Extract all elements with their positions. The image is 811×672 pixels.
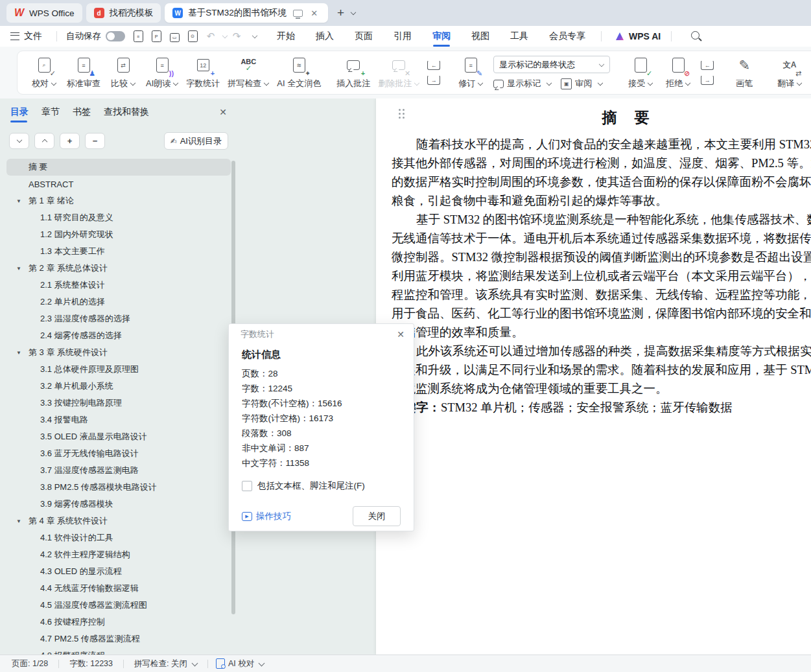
dialog-close-button[interactable]: 关闭 <box>353 506 401 526</box>
menu-tab[interactable]: 引用 <box>383 26 422 47</box>
collapse-all-button[interactable] <box>34 133 54 149</box>
toc-item[interactable]: 3.3 按键控制电路原理 <box>6 395 231 411</box>
toc-item[interactable]: 3.7 温湿度传感器监测电路 <box>6 462 231 479</box>
sidebar-close-icon[interactable]: ✕ <box>219 107 227 117</box>
zoom-out-toc-button[interactable]: − <box>85 133 105 149</box>
toc-item[interactable]: 第 4 章 系统软件设计 <box>6 513 231 529</box>
standard-review-button[interactable]: ≡♟ 标准审查 <box>67 56 100 89</box>
tab-wps-office[interactable]: W WPS Office <box>6 3 82 23</box>
spell-check-button[interactable]: ABC✓ 拼写检查 <box>228 56 269 89</box>
tips-link[interactable]: ▶ 操作技巧 <box>242 511 291 522</box>
print-icon[interactable]: ▭ <box>166 29 183 44</box>
ink-pen-button[interactable]: ✎ 画笔 <box>729 56 759 89</box>
tab-document[interactable]: W 基于STM32的图书馆环境监 ✕ <box>165 3 328 23</box>
redo-icon[interactable]: ↷ <box>228 29 245 44</box>
expand-all-button[interactable] <box>9 133 29 149</box>
menu-tab[interactable]: 工具 <box>500 26 539 47</box>
wps-ai-button[interactable]: WPS AI <box>615 31 661 41</box>
sidebar-tab[interactable]: 书签 <box>73 98 91 126</box>
ai-recognize-toc-button[interactable]: ✍ AI识别目录 <box>164 132 228 150</box>
tab-docer-templates[interactable]: d 找稻壳模板 <box>86 3 161 23</box>
ai-proofread-indicator[interactable]: AI 校对 <box>213 658 266 669</box>
checkbox-icon[interactable] <box>242 481 252 491</box>
toc-item[interactable]: 4.6 按键程序控制 <box>6 614 231 631</box>
toc-item[interactable]: 2.3 温湿度传感器的选择 <box>6 310 231 327</box>
toc-item[interactable]: ABSTRACT <box>6 176 231 192</box>
spellcheck-indicator[interactable]: 拼写检查: 关闭 <box>132 658 200 669</box>
toc-item[interactable]: 4.5 温湿度传感器监测流程图 <box>6 597 231 614</box>
print-preview-icon[interactable]: ⊙ <box>184 29 201 44</box>
drag-handle-icon[interactable] <box>399 109 405 119</box>
toc-item[interactable]: 2.4 烟雾传感器的选择 <box>6 327 231 344</box>
search-icon[interactable] <box>691 31 699 41</box>
toc-item[interactable]: 2.2 单片机的选择 <box>6 294 231 310</box>
page-indicator[interactable]: 页面: 1/28 <box>9 658 51 669</box>
screen-share-icon[interactable] <box>293 10 303 17</box>
proofread-button[interactable]: ⌕✓ 校对 <box>29 56 59 89</box>
tab-list-chevron-icon[interactable] <box>351 10 356 15</box>
word-count-button[interactable]: 12 + 字数统计 <box>186 56 220 89</box>
show-markup-button[interactable]: 显示标记 <box>493 78 552 89</box>
menu-tab[interactable]: 页面 <box>344 26 383 47</box>
menu-tab[interactable]: 插入 <box>305 26 344 47</box>
dialog-header[interactable]: 字数统计 ✕ <box>229 324 414 345</box>
toc-item[interactable]: 3.4 报警电路 <box>6 411 231 428</box>
include-footnotes-option[interactable]: 包括文本框、脚注和尾注(F) <box>242 480 401 492</box>
previous-comment-icon[interactable]: ← <box>427 60 440 70</box>
insert-comment-button[interactable]: + 插入批注 <box>336 56 370 89</box>
compare-button[interactable]: ⇄ 比较 <box>108 56 138 89</box>
previous-change-icon[interactable]: ← <box>701 60 714 70</box>
sidebar-tab[interactable]: 目录 <box>10 98 29 126</box>
word-count-indicator[interactable]: 字数: 12233 <box>67 658 115 669</box>
delete-comment-button[interactable]: ✕ 删除批注 <box>378 56 419 89</box>
export-pdf-icon[interactable]: P <box>148 29 165 44</box>
markup-state-select[interactable]: 显示标记的最终状态 <box>493 56 610 73</box>
toc-item[interactable]: 3.9 烟雾传感器模块 <box>6 496 231 513</box>
toc-item[interactable]: 3.8 PM2.5 传感器模块电路设计 <box>6 479 231 496</box>
sidebar-tab[interactable]: 查找和替换 <box>104 98 149 126</box>
toc-item[interactable]: 第 3 章 系统硬件设计 <box>6 344 231 361</box>
sidebar-tab[interactable]: 章节 <box>41 98 60 126</box>
toc-item[interactable]: 第 2 章 系统总体设计 <box>6 260 231 277</box>
document-page[interactable]: 摘 要 随着科技水平的提高，人们对食品的安全越来越重视，本文主要利用 STM32… <box>376 98 811 655</box>
ai-polish-button[interactable]: ≋✦ AI 全文润色 <box>277 56 321 89</box>
more-commands-chevron-icon[interactable] <box>252 33 257 38</box>
toc-item[interactable]: 3.6 蓝牙无线传输电路设计 <box>6 445 231 462</box>
undo-icon[interactable]: ↶ <box>202 29 219 44</box>
toc-item[interactable]: 第 1 章 绪论 <box>6 192 231 209</box>
toc-item[interactable]: 4.3 OLED 的显示流程 <box>6 563 231 580</box>
file-menu-button[interactable]: 文件 <box>0 30 51 42</box>
toc-item[interactable]: 4.7 PM2.5 传感器监测流程 <box>6 631 231 647</box>
menu-tab[interactable]: 视图 <box>461 26 500 47</box>
menu-tab[interactable]: 审阅 <box>422 26 461 47</box>
toc-item[interactable]: 4.1 软件设计的工具 <box>6 529 231 546</box>
menu-tab[interactable]: 开始 <box>266 26 305 47</box>
toc-item[interactable]: 1.1 研究目的及意义 <box>6 209 231 226</box>
toc-item[interactable]: 摘 要 <box>6 159 231 176</box>
ai-read-aloud-button[interactable]: ≡)) AI朗读 <box>146 56 178 89</box>
toc-item[interactable]: 1.2 国内外研究现状 <box>6 226 231 243</box>
toc-item[interactable]: 4.4 无线蓝牙传输数据逻辑 <box>6 580 231 597</box>
next-comment-icon[interactable]: → <box>427 75 440 85</box>
track-changes-button[interactable]: ≡✎ 修订 <box>456 56 486 89</box>
accept-change-button[interactable]: ✓ 接受 <box>626 56 655 89</box>
translate-button[interactable]: 文A⇄ 翻译 <box>775 56 805 89</box>
review-pane-button[interactable]: ▣ 审阅 <box>561 78 603 89</box>
toc-item[interactable]: 3.1 总体硬件原理及原理图 <box>6 361 231 378</box>
next-change-icon[interactable]: → <box>701 75 714 85</box>
toc-item[interactable]: 1.3 本文主要工作 <box>6 243 231 260</box>
toc-item[interactable]: 3.5 OLED 液晶显示电路设计 <box>6 428 231 445</box>
dialog-close-icon[interactable]: ✕ <box>397 329 405 340</box>
undo-chevron-icon[interactable] <box>222 33 228 38</box>
autosave-control[interactable]: 自动保存 <box>62 30 129 42</box>
toc-item[interactable]: 4.2 软件主程序逻辑结构 <box>6 546 231 563</box>
reject-change-button[interactable]: ⊘ 拒绝 <box>663 56 693 89</box>
zoom-in-toc-button[interactable]: + <box>60 133 80 149</box>
toc-item[interactable]: 2.1 系统整体设计 <box>6 277 231 294</box>
toc-item[interactable]: 3.2 单片机最小系统 <box>6 378 231 395</box>
save-icon[interactable]: ≡ <box>130 29 147 44</box>
autosave-toggle[interactable] <box>106 31 125 41</box>
menu-tab[interactable]: 会员专享 <box>539 26 596 47</box>
close-tab-icon[interactable]: ✕ <box>308 8 320 18</box>
new-tab-button[interactable]: + <box>337 6 344 20</box>
